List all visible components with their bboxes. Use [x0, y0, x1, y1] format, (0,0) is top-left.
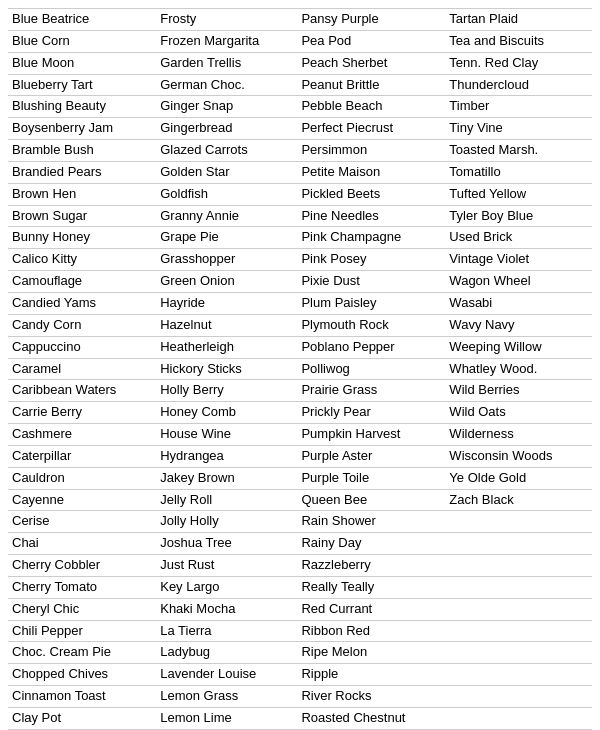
table-cell: Honey Comb	[156, 402, 297, 424]
table-cell: Frosty	[156, 9, 297, 31]
table-cell: Roasted Chestnut	[297, 708, 445, 730]
table-cell: Chai	[8, 533, 156, 555]
table-cell: Jelly Roll	[156, 489, 297, 511]
table-cell: Cappuccino	[8, 336, 156, 358]
table-cell: Ripple	[297, 664, 445, 686]
table-cell: Pixie Dust	[297, 271, 445, 293]
table-cell: Tenn. Red Clay	[445, 52, 592, 74]
table-cell: Golden Star	[156, 161, 297, 183]
table-row: Cherry CobblerJust RustRazzleberry	[8, 555, 592, 577]
table-cell: Plymouth Rock	[297, 314, 445, 336]
table-cell: Caribbean Waters	[8, 380, 156, 402]
table-cell: Wilderness	[445, 424, 592, 446]
table-cell	[445, 664, 592, 686]
table-cell: Wild Oats	[445, 402, 592, 424]
table-cell: Polliwog	[297, 358, 445, 380]
table-cell: Poblano Pepper	[297, 336, 445, 358]
table-cell: Purple Aster	[297, 445, 445, 467]
table-cell: Lemon Lime	[156, 708, 297, 730]
table-cell: Hayride	[156, 292, 297, 314]
table-cell: Garden Trellis	[156, 52, 297, 74]
table-row: Blue MoonGarden TrellisPeach SherbetTenn…	[8, 52, 592, 74]
table-row: Brandied PearsGolden StarPetite MaisonTo…	[8, 161, 592, 183]
table-cell: Lemon Grass	[156, 686, 297, 708]
table-cell: Cheryl Chic	[8, 598, 156, 620]
table-cell: Holly Berry	[156, 380, 297, 402]
table-cell: Green Onion	[156, 271, 297, 293]
table-cell: Calico Kitty	[8, 249, 156, 271]
table-cell: Caramel	[8, 358, 156, 380]
table-cell: Ladybug	[156, 642, 297, 664]
table-cell: Chili Pepper	[8, 620, 156, 642]
table-cell: Candy Corn	[8, 314, 156, 336]
table-cell: Wisconsin Woods	[445, 445, 592, 467]
table-row: Blue CornFrozen MargaritaPea PodTea and …	[8, 30, 592, 52]
table-cell: Whatley Wood.	[445, 358, 592, 380]
table-row: CaterpillarHydrangeaPurple AsterWisconsi…	[8, 445, 592, 467]
table-cell: Thundercloud	[445, 74, 592, 96]
table-cell: Tiny Vine	[445, 118, 592, 140]
table-cell: Granny Annie	[156, 205, 297, 227]
table-cell: Purple Toile	[297, 467, 445, 489]
table-cell: Pumpkin Harvest	[297, 424, 445, 446]
table-row: Boysenberry JamGingerbreadPerfect Piecru…	[8, 118, 592, 140]
table-cell: Lavender Louise	[156, 664, 297, 686]
table-cell: Pink Posey	[297, 249, 445, 271]
table-cell: Caterpillar	[8, 445, 156, 467]
table-row: Choc. Cream PieLadybugRipe Melon	[8, 642, 592, 664]
table-cell: Heatherleigh	[156, 336, 297, 358]
table-cell: Bunny Honey	[8, 227, 156, 249]
table-cell: Wagon Wheel	[445, 271, 592, 293]
table-cell: Brandied Pears	[8, 161, 156, 183]
table-cell: Cayenne	[8, 489, 156, 511]
table-row: Brown HenGoldfishPickled BeetsTufted Yel…	[8, 183, 592, 205]
table-cell: Wavy Navy	[445, 314, 592, 336]
table-cell: German Choc.	[156, 74, 297, 96]
table-cell: Choc. Cream Pie	[8, 642, 156, 664]
table-cell: Blue Beatrice	[8, 9, 156, 31]
table-row: Cherry TomatoKey LargoReally Teally	[8, 576, 592, 598]
table-row: Blushing BeautyGinger SnapPebble BeachTi…	[8, 96, 592, 118]
table-cell: Plum Paisley	[297, 292, 445, 314]
table-cell: Rainy Day	[297, 533, 445, 555]
table-cell	[445, 511, 592, 533]
table-cell: Hydrangea	[156, 445, 297, 467]
table-row: Candied YamsHayridePlum PaisleyWasabi	[8, 292, 592, 314]
table-cell: Blue Corn	[8, 30, 156, 52]
table-cell: Cherry Tomato	[8, 576, 156, 598]
table-cell	[445, 708, 592, 730]
table-cell: Camouflage	[8, 271, 156, 293]
table-row: Clay PotLemon LimeRoasted Chestnut	[8, 708, 592, 730]
table-cell	[445, 686, 592, 708]
table-row: Brown SugarGranny AnniePine NeedlesTyler…	[8, 205, 592, 227]
table-cell: Ye Olde Gold	[445, 467, 592, 489]
table-cell: River Rocks	[297, 686, 445, 708]
table-row: CeriseJolly HollyRain Shower	[8, 511, 592, 533]
table-cell: Used Brick	[445, 227, 592, 249]
table-cell: Brown Hen	[8, 183, 156, 205]
color-table-container: Blue BeatriceFrostyPansy PurpleTartan Pl…	[8, 8, 592, 730]
table-cell	[445, 620, 592, 642]
table-cell: Tomatillo	[445, 161, 592, 183]
table-cell: Tea and Biscuits	[445, 30, 592, 52]
table-cell	[445, 598, 592, 620]
table-row: CashmereHouse WinePumpkin HarvestWildern…	[8, 424, 592, 446]
table-cell: Blueberry Tart	[8, 74, 156, 96]
table-cell: Bramble Bush	[8, 140, 156, 162]
table-cell: Joshua Tree	[156, 533, 297, 555]
table-cell	[445, 642, 592, 664]
table-row: Caribbean WatersHolly BerryPrairie Grass…	[8, 380, 592, 402]
table-row: Calico KittyGrasshopperPink PoseyVintage…	[8, 249, 592, 271]
table-cell: Vintage Violet	[445, 249, 592, 271]
table-cell: Cauldron	[8, 467, 156, 489]
table-row: Cinnamon ToastLemon GrassRiver Rocks	[8, 686, 592, 708]
table-row: Blue BeatriceFrostyPansy PurpleTartan Pl…	[8, 9, 592, 31]
table-cell: Glazed Carrots	[156, 140, 297, 162]
table-cell: Tyler Boy Blue	[445, 205, 592, 227]
table-cell: Frozen Margarita	[156, 30, 297, 52]
table-cell: Petite Maison	[297, 161, 445, 183]
table-cell: House Wine	[156, 424, 297, 446]
table-cell: Prairie Grass	[297, 380, 445, 402]
table-cell: Gingerbread	[156, 118, 297, 140]
table-row: CamouflageGreen OnionPixie DustWagon Whe…	[8, 271, 592, 293]
